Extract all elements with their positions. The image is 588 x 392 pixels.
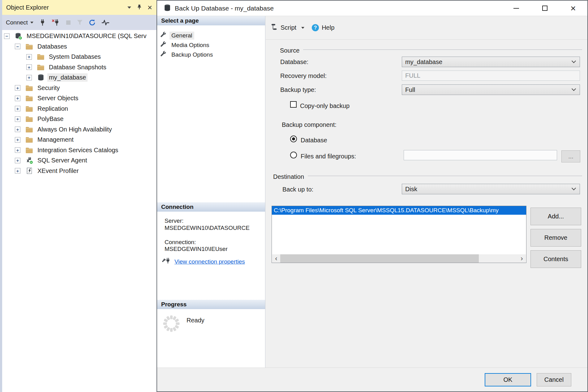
expand-icon[interactable] — [26, 54, 32, 60]
add-button[interactable]: Add... — [530, 208, 581, 225]
object-explorer-panel: Object Explorer × Connect MSEDGE — [0, 0, 157, 392]
connection-properties-icon — [162, 257, 170, 266]
tree-item-databases[interactable]: Databases — [2, 41, 157, 52]
tree-item-xevent-profiler[interactable]: XEvent Profiler — [2, 166, 157, 176]
connection-label: Connection: — [165, 239, 196, 245]
page-item-backup-options[interactable]: Backup Options — [157, 50, 265, 59]
tree-item-polybase[interactable]: PolyBase — [2, 114, 157, 124]
expand-icon[interactable] — [15, 127, 20, 132]
expand-icon[interactable] — [26, 64, 32, 70]
tree-item-my-database[interactable]: my_database — [2, 72, 157, 83]
contents-button[interactable]: Contents — [530, 250, 581, 268]
tree-item-server-objects[interactable]: Server Objects — [2, 93, 157, 104]
tree-item-label: MSEDGEWIN10\DATASOURCE (SQL Serv — [25, 32, 148, 40]
filter-icon[interactable] — [77, 19, 83, 25]
dialog-sidebar: Select a page General Media Options Back… — [157, 16, 265, 368]
tree-item-integration-services[interactable]: Integration Services Catalogs — [2, 145, 157, 156]
folder-icon — [25, 94, 33, 102]
connect-server-icon[interactable] — [39, 19, 46, 26]
add-label: Add... — [548, 213, 564, 220]
view-connection-properties-link[interactable]: View connection properties — [174, 258, 245, 265]
recovery-model-field: FULL — [402, 71, 580, 81]
page-item-label: General — [170, 32, 194, 40]
tree-item-replication[interactable]: Replication — [2, 104, 157, 114]
page-list: General Media Options Backup Options — [157, 31, 265, 59]
component-files-radio[interactable] — [290, 152, 297, 158]
pin-icon[interactable] — [137, 4, 141, 11]
close-icon[interactable]: × — [148, 3, 152, 11]
backup-component-label: Backup component: — [282, 122, 337, 128]
backup-to-select[interactable]: Disk — [402, 184, 580, 194]
cancel-button[interactable]: Cancel — [537, 373, 571, 386]
sql-agent-icon — [25, 157, 33, 164]
chevron-down-icon — [572, 59, 576, 63]
tree-item-label: Management — [36, 136, 75, 144]
page-item-general[interactable]: General — [157, 31, 265, 40]
expand-icon[interactable] — [15, 147, 20, 153]
refresh-icon[interactable] — [89, 19, 96, 26]
horizontal-scrollbar[interactable] — [272, 254, 526, 263]
tree-item-always-on[interactable]: Always On High Availability — [2, 124, 157, 135]
tree-item-server[interactable]: MSEDGEWIN10\DATASOURCE (SQL Serv — [2, 31, 157, 41]
tree-item-security[interactable]: Security — [2, 83, 157, 93]
expand-icon[interactable] — [15, 168, 20, 174]
folder-icon — [37, 53, 45, 61]
expand-icon[interactable] — [15, 116, 20, 122]
remove-button[interactable]: Remove — [530, 229, 581, 247]
backup-type-label: Backup type: — [280, 87, 316, 93]
tree-item-management[interactable]: Management — [2, 135, 157, 145]
tree-item-system-databases[interactable]: System Databases — [2, 52, 157, 62]
scrollbar-thumb[interactable] — [280, 254, 479, 263]
collapse-icon[interactable] — [15, 44, 20, 49]
window-position-icon[interactable] — [127, 6, 131, 9]
wrench-icon — [160, 41, 166, 49]
backup-to-label: Back up to: — [282, 186, 313, 192]
page-item-label: Backup Options — [170, 51, 215, 59]
component-database-radio[interactable] — [290, 136, 297, 142]
stop-icon[interactable] — [66, 20, 71, 25]
tree-item-label: Always On High Availability — [36, 125, 114, 134]
connect-button[interactable]: Connect — [6, 19, 33, 26]
backup-type-select-value: Full — [405, 86, 415, 93]
expand-icon[interactable] — [15, 85, 20, 91]
help-button[interactable]: Help — [312, 24, 334, 31]
activity-monitor-icon[interactable] — [101, 20, 109, 25]
database-select[interactable]: my_database — [402, 57, 580, 67]
expand-icon[interactable] — [26, 75, 32, 80]
chevron-down-icon — [572, 87, 576, 91]
maximize-button[interactable] — [530, 1, 559, 16]
scroll-left-icon[interactable] — [272, 254, 280, 263]
wrench-icon — [160, 32, 166, 40]
object-explorer-title: Object Explorer — [6, 4, 49, 11]
backup-type-select[interactable]: Full — [402, 84, 580, 95]
expand-icon[interactable] — [15, 158, 20, 163]
collapse-icon[interactable] — [4, 33, 10, 39]
backup-destination-list[interactable]: C:\Program Files\Microsoft SQL Server\MS… — [272, 206, 526, 263]
folder-icon — [37, 63, 45, 71]
expand-icon[interactable] — [15, 137, 20, 143]
ok-button[interactable]: OK — [485, 373, 531, 386]
backup-database-dialog: Back Up Database - my_database × Script … — [157, 0, 588, 392]
dialog-titlebar[interactable]: Back Up Database - my_database × — [157, 1, 587, 16]
script-button[interactable]: Script — [270, 23, 304, 32]
tree-item-label: XEvent Profiler — [36, 167, 80, 175]
expand-icon[interactable] — [15, 106, 20, 111]
destination-group-label: Destination — [273, 173, 308, 181]
dialog-title: Back Up Database - my_database — [175, 5, 274, 12]
disconnect-server-icon[interactable] — [52, 19, 60, 26]
copy-only-checkbox[interactable] — [290, 101, 297, 108]
tree-item-sql-server-agent[interactable]: SQL Server Agent — [2, 155, 157, 166]
backup-path-item[interactable]: C:\Program Files\Microsoft SQL Server\MS… — [272, 206, 526, 215]
object-explorer-titlebar[interactable]: Object Explorer × — [2, 0, 157, 15]
scroll-right-icon[interactable] — [518, 254, 526, 263]
minimize-button[interactable] — [502, 1, 530, 16]
tree-item-label: SQL Server Agent — [36, 156, 88, 165]
tree-item-database-snapshots[interactable]: Database Snapshots — [2, 62, 157, 73]
expand-icon[interactable] — [15, 96, 20, 101]
close-button[interactable]: × — [559, 1, 587, 16]
browse-filegroups-button[interactable]: ... — [561, 150, 580, 162]
page-item-label: Media Options — [170, 41, 211, 49]
wrench-icon — [160, 51, 166, 59]
ssms-window: Object Explorer × Connect MSEDGE — [0, 0, 588, 392]
page-item-media-options[interactable]: Media Options — [157, 40, 265, 50]
